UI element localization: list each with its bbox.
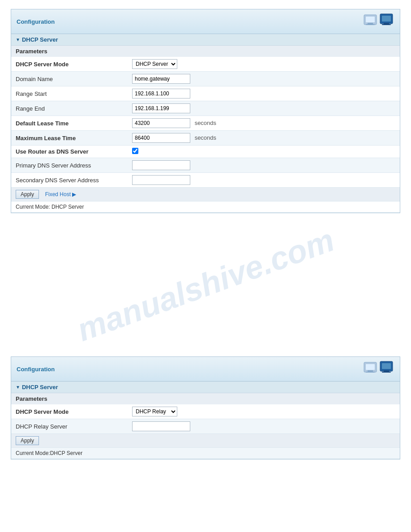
- use-router-dns-checkbox[interactable]: [132, 148, 138, 154]
- dhcp-server-mode-select-1[interactable]: DHCP Server DHCP Relay Disabled: [132, 59, 177, 69]
- svg-rect-1: [366, 17, 375, 22]
- svg-rect-6: [384, 23, 389, 24]
- current-mode-row-1: Current Mode: DHCP Server: [11, 202, 400, 213]
- apply-button-2[interactable]: Apply: [16, 436, 39, 445]
- range-start-input[interactable]: [132, 89, 190, 99]
- row-label: Secondary DNS Server Address: [11, 173, 128, 188]
- unit-seconds-2: seconds: [195, 134, 216, 141]
- dhcp-relay-server-input[interactable]: [132, 421, 190, 431]
- header-graphic-2: [363, 360, 394, 378]
- svg-rect-2: [368, 23, 373, 24]
- dhcp-server-mode-select-2[interactable]: DHCP Server DHCP Relay Disabled: [132, 407, 177, 416]
- footer-cell-2: Apply: [11, 434, 400, 448]
- watermark-text: manualshive.com: [72, 221, 339, 348]
- table-row: Secondary DNS Server Address: [11, 173, 400, 188]
- svg-rect-9: [366, 364, 375, 370]
- apply-button-1[interactable]: Apply: [16, 190, 39, 199]
- fixed-host-link[interactable]: Fixed Host ▶: [45, 191, 77, 197]
- page-wrapper: Configuration ▼ DHCP Server Parameters: [11, 9, 400, 459]
- row-value: [128, 419, 400, 434]
- row-value: [128, 86, 400, 101]
- row-value: [128, 101, 400, 116]
- row-label: Range End: [11, 101, 128, 116]
- config-title-2: Configuration: [17, 366, 55, 373]
- section-header-2: ▼ DHCP Server: [11, 382, 400, 393]
- domain-name-input[interactable]: [132, 74, 190, 84]
- footer-row-2: Apply: [11, 434, 400, 448]
- primary-dns-input[interactable]: [132, 160, 190, 170]
- config-header-2: Configuration: [11, 357, 400, 382]
- row-label: DHCP Relay Server: [11, 419, 128, 434]
- params-header-1: Parameters: [11, 45, 400, 57]
- footer-row-1: Apply Fixed Host ▶: [11, 188, 400, 202]
- table-row: Default Lease Time seconds: [11, 116, 400, 131]
- current-mode-text-2: Current Mode:DHCP Server: [11, 448, 400, 459]
- network-icon-2: [363, 360, 394, 378]
- row-value: seconds: [128, 131, 400, 146]
- row-value: DHCP Server DHCP Relay Disabled: [128, 57, 400, 72]
- table-row: Range Start: [11, 86, 400, 101]
- range-end-input[interactable]: [132, 103, 190, 113]
- svg-rect-10: [368, 370, 373, 372]
- section-title-2: DHCP Server: [22, 384, 58, 390]
- row-value: [128, 173, 400, 188]
- default-lease-time-input[interactable]: [132, 118, 190, 128]
- table-row: DHCP Server Mode DHCP Server DHCP Relay …: [11, 404, 400, 419]
- params-header-2: Parameters: [11, 393, 400, 404]
- row-label: Range Start: [11, 86, 128, 101]
- table-row: Maximum Lease Time seconds: [11, 131, 400, 146]
- config-title-1: Configuration: [17, 18, 55, 25]
- table-row: Use Router as DNS Server: [11, 146, 400, 158]
- row-value: [128, 158, 400, 173]
- svg-rect-3: [366, 24, 375, 25]
- row-label: Maximum Lease Time: [11, 131, 128, 146]
- row-label: Use Router as DNS Server: [11, 146, 128, 158]
- row-value: seconds: [128, 116, 400, 131]
- config-header-1: Configuration: [11, 9, 400, 34]
- row-value: [128, 146, 400, 158]
- svg-rect-11: [366, 372, 375, 373]
- table-row: DHCP Server Mode DHCP Server DHCP Relay …: [11, 57, 400, 72]
- row-label: DHCP Server Mode: [11, 404, 128, 419]
- table-row: Range End: [11, 101, 400, 116]
- config-panel-2: Configuration ▼ DHCP Server Parameters: [11, 356, 400, 459]
- form-table-2: DHCP Server Mode DHCP Server DHCP Relay …: [11, 404, 400, 459]
- current-mode-text-1: Current Mode: DHCP Server: [11, 202, 400, 213]
- table-row: Primary DNS Server Address: [11, 158, 400, 173]
- unit-seconds-1: seconds: [195, 120, 216, 126]
- header-graphic-1: [363, 13, 394, 30]
- svg-rect-15: [382, 372, 391, 373]
- max-lease-time-input[interactable]: [132, 133, 190, 143]
- row-value: [128, 72, 400, 86]
- collapse-icon-1[interactable]: ▼: [16, 37, 20, 42]
- table-row: Domain Name: [11, 72, 400, 86]
- svg-rect-13: [382, 363, 391, 369]
- row-label: Domain Name: [11, 72, 128, 86]
- row-label: Primary DNS Server Address: [11, 158, 128, 173]
- row-label: Default Lease Time: [11, 116, 128, 131]
- form-table-1: DHCP Server Mode DHCP Server DHCP Relay …: [11, 57, 400, 213]
- footer-cell-1: Apply Fixed Host ▶: [11, 188, 400, 202]
- watermark-spacer: manualshive.com: [11, 240, 400, 330]
- config-panel-1: Configuration ▼ DHCP Server Parameters: [11, 9, 400, 213]
- table-row: DHCP Relay Server: [11, 419, 400, 434]
- collapse-icon-2[interactable]: ▼: [16, 385, 20, 390]
- svg-rect-5: [382, 16, 391, 21]
- current-mode-row-2: Current Mode:DHCP Server: [11, 448, 400, 459]
- section-title-1: DHCP Server: [22, 36, 58, 43]
- section-header-1: ▼ DHCP Server: [11, 34, 400, 45]
- row-value: DHCP Server DHCP Relay Disabled: [128, 404, 400, 419]
- svg-rect-14: [384, 370, 389, 372]
- row-label: DHCP Server Mode: [11, 57, 128, 72]
- svg-rect-7: [382, 24, 391, 25]
- secondary-dns-input[interactable]: [132, 175, 190, 185]
- network-icon-1: [363, 13, 394, 30]
